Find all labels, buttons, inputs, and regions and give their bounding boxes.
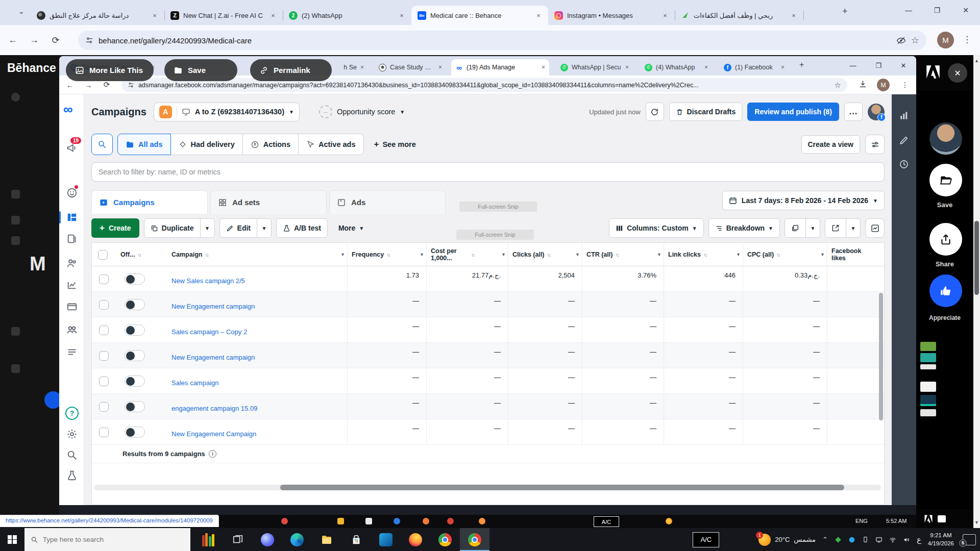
- campaign-link[interactable]: New Engagement campaign: [172, 354, 255, 361]
- row-checkbox[interactable]: [99, 274, 109, 284]
- appreciate-button[interactable]: [929, 274, 962, 307]
- table-row[interactable]: New Engagement campaign — — — — — —: [92, 343, 884, 368]
- new-tab-button[interactable]: +: [842, 6, 848, 17]
- browser-menu-icon[interactable]: ⋮: [963, 34, 971, 45]
- review-publish-button[interactable]: Review and publish (8): [747, 103, 839, 121]
- tab-ads[interactable]: Ads: [329, 190, 446, 214]
- campaigns-megaphone-icon[interactable]: [66, 142, 78, 154]
- billing-card-icon[interactable]: [66, 301, 78, 312]
- module-thumbnail[interactable]: [920, 353, 936, 362]
- campaign-toggle[interactable]: [125, 427, 145, 438]
- table-row[interactable]: New Engagement campaign — — — — — —: [92, 292, 884, 317]
- project-screenshot-image[interactable]: C Templates - Canv × h Se × Case Study S…: [59, 56, 916, 528]
- insights-chart-icon[interactable]: [899, 111, 909, 121]
- header-campaign[interactable]: Campaign↑↓▼: [167, 243, 347, 266]
- close-tab-icon[interactable]: ×: [660, 11, 670, 20]
- restore-window-icon[interactable]: ❐: [923, 0, 951, 20]
- share-project-button[interactable]: [929, 223, 962, 256]
- inner-tab-whatsapp-security[interactable]: ✆ WhatsApp | Secu ×: [556, 59, 633, 76]
- outer-tab-instagram[interactable]: Instagram • Messages ×: [548, 6, 675, 25]
- close-overlay-button[interactable]: ✕: [948, 63, 967, 83]
- address-bar[interactable]: behance.net/gallery/244200993/Medical-ca…: [78, 31, 926, 50]
- module-thumbnail[interactable]: [920, 382, 936, 392]
- account-avatar[interactable]: [868, 104, 885, 120]
- inner-tab-chatgpt[interactable]: Case Study Spee ×: [375, 59, 446, 76]
- account-quality-smiley-icon[interactable]: [66, 187, 78, 198]
- edge-app-icon[interactable]: [282, 528, 312, 551]
- page-scrollbar[interactable]: ▲ ▼: [973, 55, 980, 528]
- eye-blocked-icon[interactable]: [896, 36, 906, 45]
- history-clock-icon[interactable]: [899, 159, 909, 169]
- header-ctr[interactable]: CTR (all)↑↓▼: [582, 243, 664, 266]
- inner-tab-ads-manager-active[interactable]: ∞ (19) Ads Manage ×: [451, 59, 549, 76]
- tray-phone-icon[interactable]: [862, 536, 869, 543]
- audiences-people-icon[interactable]: [66, 258, 78, 269]
- cortana-app-icon[interactable]: [253, 528, 282, 551]
- campaign-toggle[interactable]: [125, 273, 145, 285]
- row-checkbox[interactable]: [99, 351, 109, 361]
- help-button[interactable]: ?: [65, 407, 79, 420]
- outer-tab-speech-case[interactable]: دراسة حالة مركز علاج النطق ×: [31, 6, 164, 25]
- adobe-ad-banner[interactable]: ✕: [916, 55, 973, 91]
- tray-display-icon[interactable]: [875, 536, 883, 543]
- row-checkbox[interactable]: [99, 402, 109, 412]
- close-tab-icon[interactable]: ×: [360, 64, 364, 71]
- header-cpc[interactable]: CPC (all)↑↓▼: [743, 243, 827, 266]
- firefox-app-icon[interactable]: [401, 528, 430, 551]
- filter-actions[interactable]: Actions: [242, 134, 299, 155]
- filter-active-ads[interactable]: Active ads: [298, 134, 364, 155]
- module-thumbnail[interactable]: [920, 395, 936, 406]
- owner-avatar[interactable]: [929, 122, 962, 155]
- breakdown-button[interactable]: Breakdown ▼: [709, 219, 779, 237]
- close-tab-icon[interactable]: ×: [781, 64, 785, 71]
- duplicate-caret-button[interactable]: ▼: [200, 219, 214, 237]
- bookmark-star-icon[interactable]: ☆: [835, 81, 841, 90]
- close-tab-icon[interactable]: ×: [625, 64, 629, 71]
- close-window-icon[interactable]: ✕: [951, 0, 980, 20]
- inner-tab-whatsapp[interactable]: ✆ (4) WhatsApp ×: [641, 59, 712, 76]
- pages-icon[interactable]: [66, 233, 78, 244]
- tray-expand-icon[interactable]: ⌃: [822, 536, 828, 543]
- close-tab-icon[interactable]: ×: [150, 11, 159, 20]
- header-cost[interactable]: Cost per 1,000...↑↓▼: [426, 243, 508, 266]
- filter-all-ads[interactable]: All ads: [117, 134, 171, 155]
- see-more-button[interactable]: + See more: [369, 139, 421, 149]
- search-icon[interactable]: [66, 449, 78, 461]
- profile-avatar[interactable]: M: [937, 32, 954, 48]
- close-tab-icon[interactable]: ×: [534, 11, 543, 20]
- back-icon[interactable]: ←: [4, 32, 21, 49]
- header-facebook-likes[interactable]: Facebook likes: [827, 243, 884, 266]
- close-tab-icon[interactable]: ×: [268, 11, 278, 20]
- export-button[interactable]: [825, 219, 846, 237]
- outer-tab-rabehy[interactable]: ربحي | وظّف أفضل الكفاءات ×: [675, 6, 803, 25]
- chart-view-button[interactable]: [865, 218, 885, 238]
- date-range-selector[interactable]: Last 7 days: 8 Feb 2026 - 14 Feb 2026 ▼: [722, 191, 885, 210]
- close-tab-icon[interactable]: ×: [789, 11, 798, 20]
- header-link-clicks[interactable]: Link clicks↑↓▼: [664, 243, 743, 266]
- ac-indicator[interactable]: A/C: [693, 532, 719, 547]
- behance-logo[interactable]: Bēhance: [7, 61, 56, 75]
- file-explorer-icon[interactable]: [312, 528, 341, 551]
- header-clicks[interactable]: Clicks (all)↑↓▼: [508, 243, 582, 266]
- minimize-window-icon[interactable]: —: [894, 0, 923, 20]
- filter-had-delivery[interactable]: Had delivery: [170, 134, 243, 155]
- row-checkbox[interactable]: [99, 377, 109, 386]
- row-checkbox[interactable]: [99, 300, 109, 310]
- campaign-link[interactable]: New Sales campaign 2/5: [172, 277, 245, 285]
- table-row[interactable]: Sales campaign – Copy 2 — — — — — —: [92, 317, 884, 343]
- module-thumbnail[interactable]: [920, 342, 936, 351]
- horizontal-scroll-thumb[interactable]: [280, 485, 844, 490]
- permalink-pill-button[interactable]: Permalink: [250, 59, 332, 81]
- select-all-checkbox[interactable]: [98, 250, 108, 260]
- reload-icon[interactable]: ⟳: [47, 32, 64, 49]
- taskbar-search-input[interactable]: [43, 536, 184, 543]
- campaign-toggle[interactable]: [125, 324, 145, 336]
- outer-tab-zai[interactable]: Z New Chat | Z.ai - Free AI C ×: [164, 6, 283, 25]
- ab-test-button[interactable]: A/B test: [277, 219, 327, 237]
- edit-button[interactable]: Edit: [220, 219, 257, 237]
- create-view-button[interactable]: Create a view: [801, 135, 861, 154]
- business-people-icon[interactable]: [66, 324, 78, 335]
- site-settings-icon[interactable]: [85, 36, 93, 44]
- close-tab-icon[interactable]: ×: [542, 64, 545, 71]
- ad-account-selector[interactable]: A A to Z (692381407136430) ▼: [154, 103, 300, 121]
